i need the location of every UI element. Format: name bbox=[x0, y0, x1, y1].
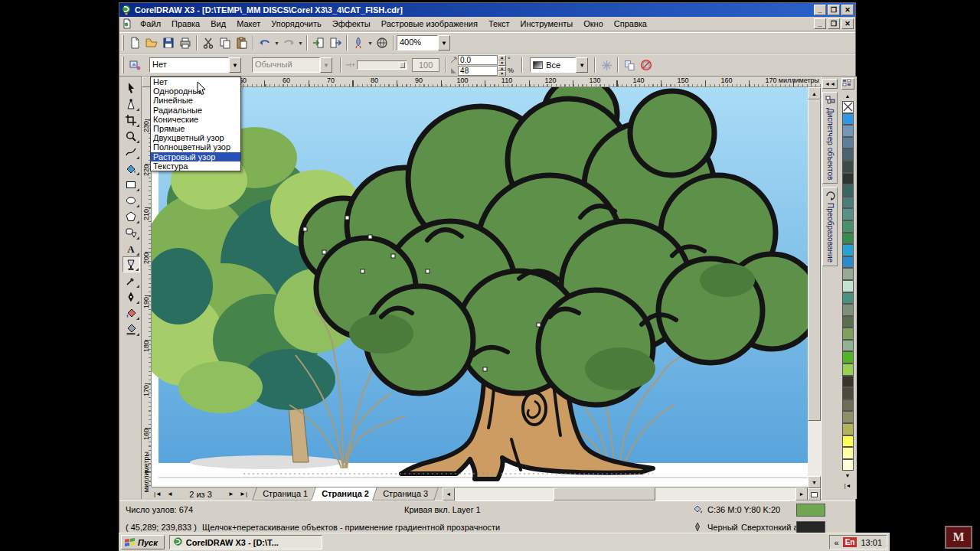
basic-shapes-tool[interactable] bbox=[122, 224, 140, 240]
edge-pad-spinner[interactable]: ▲▼ bbox=[498, 66, 506, 76]
undo-button[interactable] bbox=[256, 34, 273, 51]
menu-layout[interactable]: Макет bbox=[231, 18, 266, 30]
color-swatch[interactable] bbox=[842, 137, 854, 149]
save-button[interactable] bbox=[160, 34, 177, 51]
outline-pen-tool[interactable] bbox=[122, 289, 140, 305]
transparency-operation-combo[interactable]: Обычный ▼ bbox=[252, 57, 332, 73]
close-button[interactable]: ✕ bbox=[841, 5, 854, 15]
zoom-level-combo[interactable]: 400% ▼ bbox=[397, 35, 450, 51]
color-swatch[interactable] bbox=[842, 423, 854, 435]
horizontal-scroll-thumb[interactable] bbox=[554, 487, 655, 500]
color-swatch[interactable] bbox=[842, 447, 854, 459]
color-swatch[interactable] bbox=[842, 244, 854, 256]
taskbar-task-coreldraw[interactable]: CorelDRAW X3 - [D:\T... bbox=[169, 535, 322, 549]
shape-tool[interactable] bbox=[122, 96, 140, 112]
transparency-target-arrow-icon[interactable]: ▼ bbox=[576, 57, 588, 73]
horizontal-scrollbar[interactable]: ◄ ► bbox=[443, 487, 808, 500]
corel-online-button[interactable] bbox=[374, 34, 390, 51]
angle-field[interactable]: 0.0 bbox=[458, 55, 498, 65]
menu-file[interactable]: Файл bbox=[135, 18, 166, 30]
redo-button[interactable] bbox=[280, 34, 297, 51]
dropdown-item[interactable]: Текстура bbox=[151, 161, 240, 171]
paste-button[interactable] bbox=[234, 34, 250, 51]
dropdown-item[interactable]: Прямые bbox=[151, 124, 240, 133]
color-swatch[interactable] bbox=[842, 364, 854, 376]
menu-help[interactable]: Справка bbox=[609, 18, 652, 30]
navigator-button[interactable] bbox=[808, 488, 821, 500]
menu-window[interactable]: Окно bbox=[578, 18, 609, 30]
spin-up-icon[interactable]: ▲ bbox=[498, 66, 506, 71]
last-page-icon[interactable]: ►| bbox=[237, 487, 250, 500]
color-swatch[interactable] bbox=[842, 316, 854, 328]
color-swatch[interactable] bbox=[842, 459, 854, 471]
dropdown-item[interactable]: Радиальные bbox=[151, 106, 240, 115]
color-swatch[interactable] bbox=[842, 173, 854, 185]
copy-transparency-button[interactable] bbox=[621, 57, 638, 73]
spin-up-icon[interactable]: ▲ bbox=[498, 55, 506, 60]
slider-thumb[interactable] bbox=[400, 62, 405, 68]
minimize-button[interactable]: _ bbox=[814, 5, 826, 15]
crop-tool[interactable] bbox=[122, 112, 140, 128]
transparency-midpoint-slider[interactable] bbox=[357, 60, 407, 70]
drawing-canvas[interactable] bbox=[152, 87, 808, 487]
property-bar-grip[interactable] bbox=[122, 57, 124, 73]
dropdown-item-selected[interactable]: Растровый узор bbox=[151, 152, 240, 161]
interactive-fill-tool[interactable] bbox=[122, 321, 140, 337]
toolbar-grip[interactable] bbox=[122, 35, 124, 51]
color-swatch[interactable] bbox=[842, 197, 854, 209]
color-swatch[interactable] bbox=[842, 220, 854, 233]
palette-scroll-down-icon[interactable]: ▼ bbox=[842, 471, 854, 481]
app-launcher-dropdown-arrow[interactable]: ▼ bbox=[367, 34, 374, 51]
zoom-tool[interactable] bbox=[122, 128, 140, 144]
edge-pad-field[interactable]: 48 bbox=[458, 66, 498, 76]
scroll-down-icon[interactable]: ▼ bbox=[808, 476, 821, 488]
print-button[interactable] bbox=[177, 34, 194, 51]
color-swatch[interactable] bbox=[842, 304, 854, 316]
color-swatch[interactable] bbox=[842, 351, 854, 364]
no-transparency-button[interactable] bbox=[638, 57, 655, 73]
color-swatch[interactable] bbox=[842, 113, 854, 126]
scroll-left-icon[interactable]: ◄ bbox=[443, 487, 455, 500]
palette-options-button[interactable] bbox=[841, 78, 854, 90]
color-swatch[interactable] bbox=[842, 256, 854, 269]
spin-down-icon[interactable]: ▼ bbox=[498, 71, 506, 77]
spin-down-icon[interactable]: ▼ bbox=[498, 60, 506, 66]
menu-effects[interactable]: Эффекты bbox=[327, 18, 376, 30]
page-tab-2[interactable]: Страница 2 bbox=[311, 487, 379, 500]
menu-view[interactable]: Вид bbox=[205, 18, 231, 30]
eyedropper-tool[interactable] bbox=[122, 272, 140, 289]
no-color-swatch[interactable] bbox=[842, 101, 854, 113]
restore-button[interactable]: ❐ bbox=[828, 5, 840, 15]
menu-bitmaps[interactable]: Растровые изображения bbox=[376, 18, 483, 30]
scroll-right-icon[interactable]: ► bbox=[795, 487, 808, 500]
color-swatch[interactable] bbox=[842, 435, 854, 448]
menu-text[interactable]: Текст bbox=[483, 18, 515, 30]
menu-edit[interactable]: Правка bbox=[166, 18, 205, 30]
start-button[interactable]: Пуск bbox=[121, 535, 165, 549]
import-button[interactable] bbox=[310, 34, 327, 51]
angle-spinner[interactable]: ▲▼ bbox=[498, 55, 506, 65]
mdi-minimize-button[interactable]: _ bbox=[814, 18, 826, 29]
pick-tool[interactable] bbox=[122, 80, 140, 96]
open-button[interactable] bbox=[143, 34, 160, 51]
dropdown-item[interactable]: Полноцветный узор bbox=[151, 142, 240, 152]
text-tool[interactable]: A bbox=[122, 240, 140, 256]
first-page-icon[interactable]: |◄ bbox=[152, 487, 164, 500]
color-swatch[interactable] bbox=[842, 184, 854, 197]
previous-page-icon[interactable]: ◄ bbox=[164, 487, 176, 500]
transparency-type-arrow-icon[interactable]: ▼ bbox=[229, 57, 241, 73]
horizontal-ruler[interactable]: 50 60 70 80 90 100 110 120 130 140 150 1… bbox=[152, 77, 821, 87]
title-bar[interactable]: CorelDRAW X3 - [D:\TEMP\_MM DISCS\Corel … bbox=[119, 3, 855, 17]
docker-tab-transformation[interactable]: Преобразование bbox=[822, 187, 838, 266]
undo-dropdown-arrow[interactable]: ▼ bbox=[273, 34, 280, 51]
next-page-icon[interactable]: ► bbox=[225, 487, 237, 500]
rectangle-tool[interactable] bbox=[122, 176, 140, 192]
vertical-scroll-thumb[interactable] bbox=[808, 99, 821, 421]
scroll-up-icon[interactable]: ▲ bbox=[808, 87, 821, 99]
fill-tool[interactable] bbox=[122, 305, 140, 321]
transparency-type-combo[interactable]: Нет ▼ bbox=[149, 57, 241, 73]
dropdown-item[interactable]: Двухцветный узор bbox=[151, 133, 240, 142]
color-swatch[interactable] bbox=[842, 411, 854, 423]
freehand-tool[interactable] bbox=[122, 144, 140, 160]
docker-tab-object-manager[interactable]: Диспетчер объектов bbox=[822, 92, 838, 184]
